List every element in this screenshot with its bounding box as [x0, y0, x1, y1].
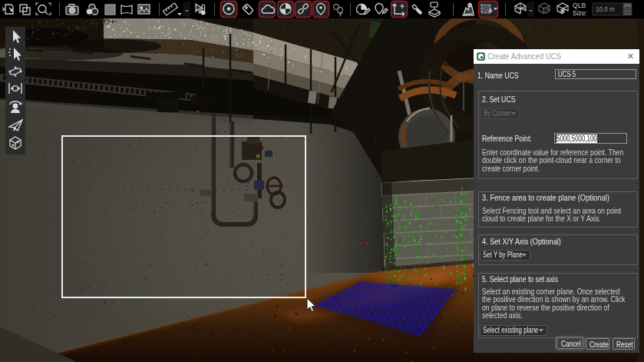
svg-text:Size:: Size: — [573, 9, 587, 18]
svg-text:QLB: QLB — [573, 2, 586, 10]
svg-text:M: M — [560, 8, 565, 14]
svg-text:10.0 m: 10.0 m — [596, 5, 615, 14]
